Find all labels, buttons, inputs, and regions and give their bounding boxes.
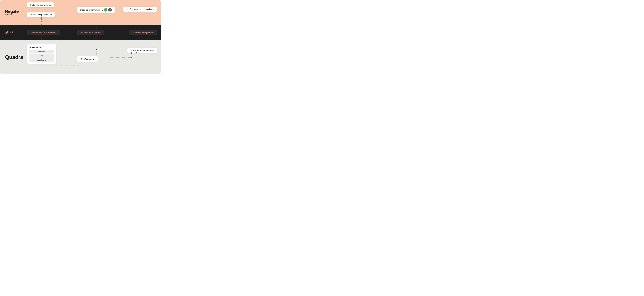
regate-byqonto: by Qonto <box>5 14 19 16</box>
quadra-traitement-box: ⬆ Traitement <box>77 56 98 62</box>
regate-logo: Regate by Qonto <box>5 9 19 16</box>
sync-icon: ↻ <box>108 8 112 11</box>
api-icon: 🚀 <box>5 31 9 34</box>
reception-items: Écritures Tiers Justificatifs <box>29 50 54 62</box>
box-pl-clients: P&L à disposition de vos clients <box>123 7 157 12</box>
regate-logo-text: Regate <box>5 9 19 13</box>
band-quadra: Quadra ⬇ Réception Écritures Tiers Justi… <box>0 40 161 74</box>
box-traitement-factures: Traitement des factures <box>27 2 54 7</box>
reception-title: ⬇ Réception <box>29 46 54 48</box>
sync-icons: ✓ ↻ <box>104 8 112 11</box>
api-box-accuse: Accusé de réception <box>77 30 104 35</box>
quadra-logo: Quadra <box>5 54 23 60</box>
diagram-container: Regate by Qonto Traitement des factures … <box>0 0 161 74</box>
api-box-donnees: Données comptables <box>129 30 157 35</box>
circle-check-icon: ⊙ <box>130 49 132 52</box>
download-icon: ⬇ <box>29 46 31 48</box>
api-label: 🚀 API <box>5 31 14 34</box>
api-box-deversement: Déversement à la demande <box>27 30 60 35</box>
quadra-logo-text: Quadra <box>5 54 23 60</box>
item-justificatifs: Justificatifs <box>29 58 54 62</box>
check-icon: ✓ <box>104 8 108 11</box>
item-tiers: Tiers <box>29 54 54 58</box>
band-api: 🚀 API Déversement à la demande Accusé de… <box>0 25 161 40</box>
item-ecritures: Écritures <box>29 50 54 53</box>
box-statut-sync: Statut de synchronisation ✓ ↻ <box>77 7 115 13</box>
band-regate: Regate by Qonto Traitement des factures … <box>0 0 161 25</box>
quadra-reception-box: ⬇ Réception Écritures Tiers Justificatif… <box>27 44 56 64</box>
upload-icon: ⬆ <box>81 58 83 60</box>
quadra-compta-box: ⊙ Comptabilité finalisée <box>128 48 157 53</box>
box-generation-ecritures: Génération des écritures <box>27 12 55 17</box>
